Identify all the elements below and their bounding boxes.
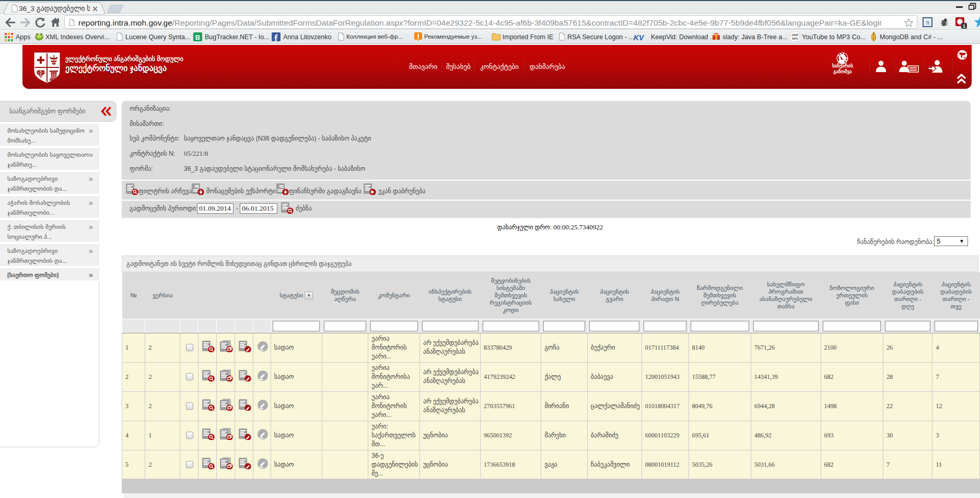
svg-text:X: X — [194, 184, 197, 189]
svg-text:X: X — [279, 184, 282, 189]
svg-text:1: 1 — [963, 24, 965, 29]
svg-text:SNIP: SNIP — [792, 33, 799, 37]
svg-text:π: π — [926, 18, 929, 26]
svg-text:MP3: MP3 — [792, 37, 798, 40]
svg-text:B: B — [195, 33, 200, 41]
